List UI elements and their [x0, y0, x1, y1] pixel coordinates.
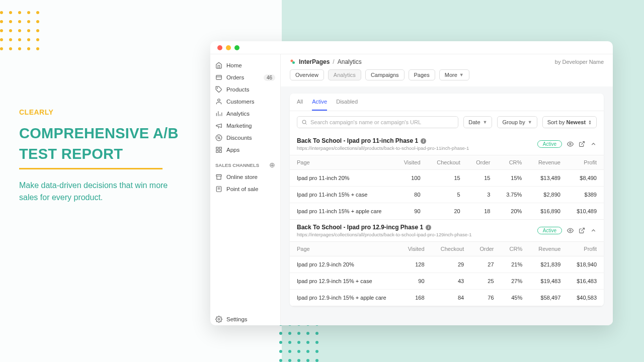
- tab-active[interactable]: Active: [312, 94, 327, 111]
- sidebar-channel-online-store[interactable]: Online store: [210, 171, 280, 183]
- svg-point-1: [217, 88, 218, 88]
- main-pane: InterPages / Analytics by Developer Name…: [281, 54, 613, 325]
- sidebar-item-marketing[interactable]: Marketing: [210, 120, 280, 132]
- badge: 46: [264, 74, 275, 81]
- column-header: Checkout: [428, 155, 467, 170]
- brand-logo-icon: [290, 59, 296, 65]
- gear-icon: [215, 316, 222, 323]
- export-icon[interactable]: [579, 141, 585, 147]
- svg-point-18: [218, 318, 220, 320]
- group-filter[interactable]: Group by▼: [497, 116, 537, 128]
- sidebar-item-orders[interactable]: Orders46: [210, 71, 280, 83]
- table-row[interactable]: Ipad pro 12.9-inch 20%128292721%$21,839$…: [290, 256, 604, 273]
- maximize-icon[interactable]: [234, 45, 239, 50]
- sidebar-item-label: Settings: [226, 316, 248, 322]
- table-row[interactable]: Ipad pro 11-inch 15% + case80533.75%$2,8…: [290, 187, 604, 203]
- sidebar-item-discounts[interactable]: Discounts: [210, 132, 280, 144]
- svg-point-9: [218, 137, 218, 137]
- sidebar-item-customers[interactable]: Customers: [210, 96, 280, 108]
- subheadline: Make data-driven decisions that win more…: [19, 179, 180, 204]
- chevron-down-icon: ▼: [483, 120, 488, 125]
- subnav-overview[interactable]: Overview: [290, 69, 324, 80]
- svg-line-22: [305, 123, 306, 124]
- subnav: OverviewAnalyticsCampaignsPagesMore▼: [281, 69, 613, 86]
- decorative-dots-yellow: [0, 11, 39, 50]
- sidebar-section-channels: SALES CHANNELS ⊕: [210, 156, 280, 171]
- sidebar-item-label: Home: [226, 62, 242, 68]
- campaign-header: Back To School - Ipad pro 12.9-incg Phas…: [290, 220, 604, 241]
- column-header: Profit: [568, 242, 604, 256]
- eye-icon[interactable]: [567, 141, 574, 147]
- campaign-title: Back To School - Ipad pro 11-inch Phase …: [297, 137, 537, 144]
- sidebar-item-apps[interactable]: Apps: [210, 144, 280, 156]
- column-header: Page: [290, 155, 395, 170]
- campaign-url: https://interpages/collections/all/produ…: [297, 145, 537, 151]
- sidebar-item-label: Discounts: [226, 135, 252, 141]
- sidebar-channel-point-of-sale[interactable]: Point of sale: [210, 183, 280, 195]
- campaign-url: https://interpages/collections/all/produ…: [297, 232, 537, 237]
- customers-icon: [215, 98, 222, 105]
- add-channel-icon[interactable]: ⊕: [269, 161, 275, 169]
- svg-rect-13: [219, 150, 221, 152]
- subnav-more[interactable]: More▼: [439, 69, 469, 80]
- sidebar-item-home[interactable]: Home: [210, 59, 280, 71]
- table-row[interactable]: Ipad pro 12.9-inch 15% + apple care16884…: [290, 290, 604, 306]
- marketing-copy: CLEARLY COMPREHENSIVE A/B TEST REPORT Ma…: [19, 108, 180, 204]
- column-header: Visited: [395, 155, 428, 170]
- tab-all[interactable]: All: [297, 94, 303, 111]
- column-header: Revenue: [529, 242, 568, 256]
- date-filter[interactable]: Date▼: [463, 116, 492, 128]
- svg-point-20: [292, 61, 295, 64]
- svg-point-24: [570, 230, 571, 231]
- svg-point-10: [219, 138, 220, 139]
- sidebar-item-settings[interactable]: Settings: [210, 313, 280, 325]
- tab-disabled[interactable]: Disabled: [336, 94, 358, 111]
- sidebar-item-label: Online store: [226, 174, 258, 180]
- column-header: Visited: [399, 242, 431, 256]
- sidebar-item-products[interactable]: Products: [210, 83, 280, 96]
- svg-rect-0: [216, 75, 222, 79]
- discounts-icon: [215, 134, 222, 141]
- eye-icon[interactable]: [567, 227, 574, 234]
- window-titlebar: [210, 41, 613, 54]
- column-header: CR%: [497, 155, 529, 170]
- info-icon[interactable]: i: [426, 225, 431, 230]
- svg-point-21: [302, 120, 306, 124]
- analytics-card: AllActiveDisabled Search campaign's name…: [290, 94, 604, 306]
- svg-rect-12: [219, 147, 221, 149]
- pos-icon: [215, 186, 222, 193]
- export-icon[interactable]: [579, 227, 585, 234]
- brand-name[interactable]: InterPages: [299, 58, 330, 65]
- headline-underline: [19, 168, 163, 169]
- sidebar: HomeOrders46ProductsCustomersAnalyticsMa…: [210, 54, 281, 325]
- svg-rect-11: [216, 147, 218, 149]
- subnav-analytics[interactable]: Analytics: [328, 69, 361, 80]
- table-row[interactable]: Ipad pro 11-inch 15% + apple care9020182…: [290, 203, 604, 220]
- subnav-campaigns[interactable]: Campaigns: [365, 69, 405, 80]
- campaign-table: PageVisitedCheckoutOrderCR%RevenueProfit…: [290, 155, 604, 220]
- sidebar-item-analytics[interactable]: Analytics: [210, 108, 280, 120]
- column-header: Order: [471, 242, 501, 256]
- column-header: Checkout: [432, 242, 471, 256]
- column-header: Order: [467, 155, 498, 170]
- breadcrumb: InterPages / Analytics by Developer Name: [281, 54, 613, 69]
- decorative-dots-teal: [279, 323, 318, 362]
- app-window: HomeOrders46ProductsCustomersAnalyticsMa…: [210, 41, 613, 325]
- byline: by Developer Name: [555, 59, 604, 65]
- apps-icon: [215, 146, 222, 153]
- campaign-header: Back To School - Ipad pro 11-inch Phase …: [290, 133, 604, 155]
- minimize-icon[interactable]: [226, 45, 231, 50]
- search-input[interactable]: Search campaign's name or campaign's URL: [297, 116, 458, 128]
- sort-filter[interactable]: Sort by Newest ▲▼: [542, 116, 597, 128]
- status-tabs: AllActiveDisabled: [290, 94, 604, 111]
- subnav-pages[interactable]: Pages: [409, 69, 435, 80]
- sidebar-item-label: Point of sale: [226, 186, 258, 192]
- status-badge: Active: [537, 227, 562, 234]
- table-row[interactable]: Ipad pro 12.9-inch 15% + case90432527%$1…: [290, 273, 604, 290]
- home-icon: [215, 62, 222, 69]
- info-icon[interactable]: i: [421, 138, 426, 144]
- close-icon[interactable]: [217, 45, 222, 50]
- table-row[interactable]: Ipad pro 11-inch 20%100151515%$13,489$8,…: [290, 170, 604, 187]
- chevron-up-icon[interactable]: [590, 141, 597, 147]
- chevron-up-icon[interactable]: [590, 227, 597, 234]
